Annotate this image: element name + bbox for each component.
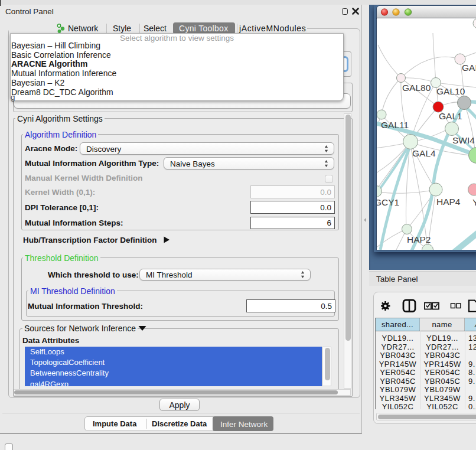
svg-text:GAL10: GAL10 (436, 86, 465, 96)
svg-text:GCY1: GCY1 (377, 197, 399, 207)
svg-text:HAP4: HAP4 (436, 197, 461, 207)
svg-text:YM: YM (472, 197, 476, 207)
svg-text:GAL4: GAL4 (412, 148, 436, 158)
svg-text:GAL2: GAL2 (462, 63, 476, 73)
svg-text:GAL1: GAL1 (439, 111, 462, 121)
svg-text:GAL11: GAL11 (381, 120, 409, 130)
svg-text:HAP2: HAP2 (407, 234, 431, 244)
svg-text:SWI4: SWI4 (452, 135, 475, 145)
svg-text:GAL80: GAL80 (402, 83, 431, 93)
